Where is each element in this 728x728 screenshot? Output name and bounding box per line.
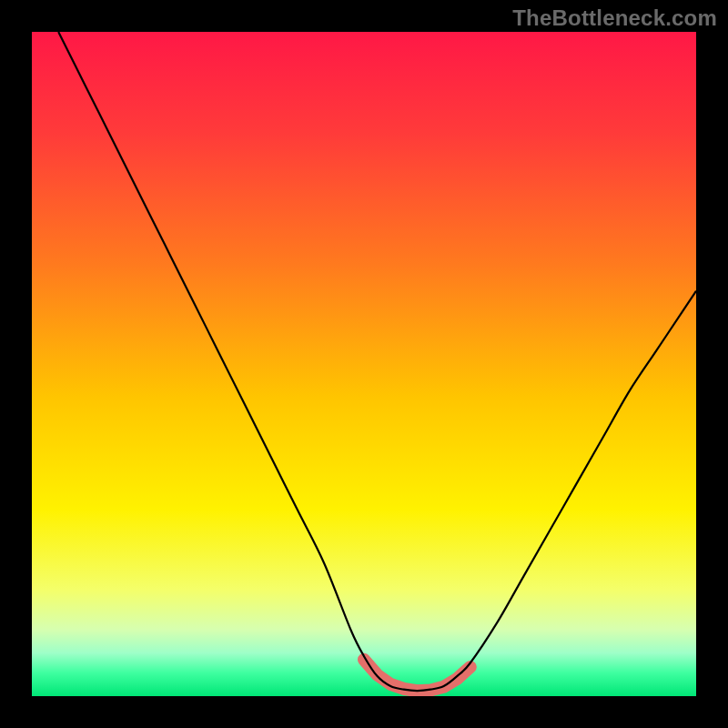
watermark-text: TheBottleneck.com — [512, 5, 717, 31]
bottleneck-curve — [58, 32, 696, 691]
curve-layer — [32, 32, 696, 696]
plot-area — [32, 32, 696, 696]
chart-frame: TheBottleneck.com — [0, 0, 728, 728]
highlight-segment — [364, 660, 470, 691]
